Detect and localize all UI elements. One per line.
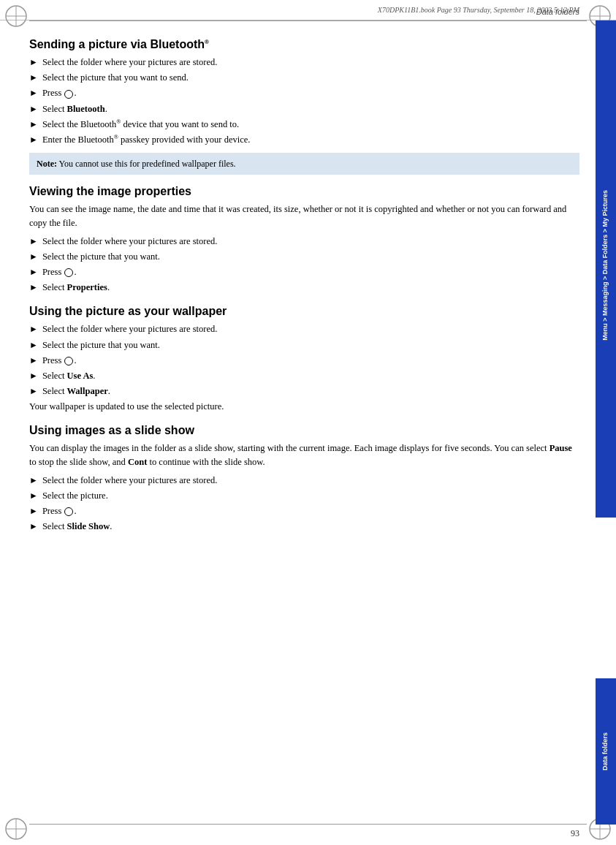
bullet-arrow: ► — [29, 235, 38, 249]
book-info-bar: X70DPK11B1.book Page 93 Thursday, Septem… — [0, 0, 616, 20]
bullet-text: Select the Bluetooth® device that you wa… — [42, 118, 579, 132]
bullet-text: Select the folder where your pictures ar… — [42, 474, 579, 488]
bullet-arrow: ► — [29, 265, 38, 279]
bullet-text: Select the picture. — [42, 489, 579, 503]
bullet-arrow: ► — [29, 133, 38, 147]
list-item: ► Press . — [29, 86, 579, 100]
top-bar-line — [29, 20, 587, 21]
bullet-text: Select the folder where your pictures ar… — [42, 56, 579, 69]
bullet-arrow: ► — [29, 384, 38, 398]
bullet-arrow: ► — [29, 281, 38, 295]
list-item: ► Select the picture that you want. — [29, 250, 579, 264]
bullet-arrow: ► — [29, 102, 38, 116]
bullet-list-sending: ► Select the folder where your pictures … — [29, 56, 579, 147]
bullet-text: Select Use As. — [42, 369, 579, 383]
bullet-text: Select Properties. — [42, 281, 579, 295]
bullet-text: Press . — [42, 265, 579, 279]
bullet-arrow: ► — [29, 504, 38, 518]
page-number: 93 — [571, 828, 579, 839]
bottom-bar-line — [29, 824, 587, 825]
bullet-text: Press . — [42, 504, 579, 518]
bullet-list-wallpaper: ► Select the folder where your pictures … — [29, 322, 579, 398]
bullet-text: Enter the Bluetooth® passkey provided wi… — [42, 133, 579, 147]
note-text: You cannot use this for predefined wallp… — [59, 159, 236, 169]
bullet-text: Select the picture that you want. — [42, 338, 579, 352]
sidebar-bottom: Data folders — [596, 678, 616, 825]
bullet-arrow: ► — [29, 369, 38, 383]
bullet-arrow: ► — [29, 71, 38, 85]
wallpaper-footer: Your wallpaper is updated to use the sel… — [29, 400, 579, 414]
list-item: ► Select Wallpaper. — [29, 384, 579, 398]
section-heading-sending: Sending a picture via Bluetooth® — [29, 38, 579, 51]
bullet-arrow: ► — [29, 520, 38, 534]
list-item: ► Select the folder where your pictures … — [29, 235, 579, 249]
bullet-text: Select the picture that you want. — [42, 250, 579, 264]
bullet-arrow: ► — [29, 338, 38, 352]
bullet-text: Select Wallpaper. — [42, 384, 579, 398]
bullet-text: Select the picture that you want to send… — [42, 71, 579, 85]
list-item: ► Select Slide Show. — [29, 520, 579, 534]
list-item: ► Press . — [29, 354, 579, 368]
list-item: ► Select Use As. — [29, 369, 579, 383]
main-content: Sending a picture via Bluetooth® ► Selec… — [29, 28, 579, 817]
list-item: ► Select the folder where your pictures … — [29, 474, 579, 488]
o-button-icon — [64, 507, 73, 516]
sidebar-bottom-label: Data folders — [601, 732, 610, 770]
o-button-icon — [64, 357, 73, 365]
list-item: ► Select the Bluetooth® device that you … — [29, 118, 579, 132]
o-button-icon — [64, 90, 73, 99]
list-item: ► Press . — [29, 265, 579, 279]
list-item: ► Select the folder where your pictures … — [29, 56, 579, 69]
list-item: ► Select the folder where your pictures … — [29, 322, 579, 336]
bullet-text: Select the folder where your pictures ar… — [42, 322, 579, 336]
bullet-list-viewing: ► Select the folder where your pictures … — [29, 235, 579, 295]
bullet-text: Press . — [42, 86, 579, 100]
list-item: ► Press . — [29, 504, 579, 518]
sidebar-top-label: Menu > Messaging > Data Folders > My Pic… — [601, 190, 610, 341]
section-viewing: Viewing the image properties You can see… — [29, 185, 579, 295]
o-button-icon — [64, 268, 73, 277]
section-heading-slideshow: Using images as a slide show — [29, 424, 579, 437]
para-slideshow: You can display the images in the folder… — [29, 442, 579, 469]
section-wallpaper: Using the picture as your wallpaper ► Se… — [29, 305, 579, 414]
note-label: Note: — [37, 159, 57, 169]
note-box: Note: You cannot use this for predefined… — [29, 153, 579, 175]
section-heading-viewing: Viewing the image properties — [29, 185, 579, 198]
bullet-arrow: ► — [29, 474, 38, 488]
list-item: ► Select the picture that you want to se… — [29, 71, 579, 85]
bullet-text: Select the folder where your pictures ar… — [42, 235, 579, 249]
bullet-arrow: ► — [29, 56, 38, 69]
section-sending: Sending a picture via Bluetooth® ► Selec… — [29, 38, 579, 175]
bullet-list-slideshow: ► Select the folder where your pictures … — [29, 474, 579, 534]
bullet-text: Select Slide Show. — [42, 520, 579, 534]
list-item: ► Select Properties. — [29, 281, 579, 295]
bullet-arrow: ► — [29, 322, 38, 336]
bullet-arrow: ► — [29, 489, 38, 503]
section-slideshow: Using images as a slide show You can dis… — [29, 424, 579, 534]
sidebar-top: Menu > Messaging > Data Folders > My Pic… — [596, 20, 616, 518]
list-item: ► Select the picture. — [29, 489, 579, 503]
bullet-text: Select Bluetooth. — [42, 102, 579, 116]
list-item: ► Select Bluetooth. — [29, 102, 579, 116]
corner-decoration-tl — [3, 3, 29, 29]
bullet-arrow: ► — [29, 354, 38, 368]
list-item: ► Enter the Bluetooth® passkey provided … — [29, 133, 579, 147]
list-item: ► Select the picture that you want. — [29, 338, 579, 352]
bullet-arrow: ► — [29, 86, 38, 100]
bullet-arrow: ► — [29, 250, 38, 264]
corner-decoration-bl — [3, 816, 29, 842]
header-title: Data folders — [536, 7, 579, 16]
bullet-arrow: ► — [29, 118, 38, 132]
bullet-text: Press . — [42, 354, 579, 368]
section-heading-wallpaper: Using the picture as your wallpaper — [29, 305, 579, 318]
para-viewing: You can see the image name, the date and… — [29, 202, 579, 230]
